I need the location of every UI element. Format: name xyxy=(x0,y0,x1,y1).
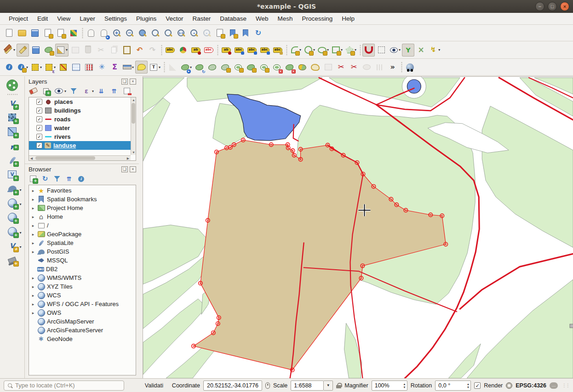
open-layer-styling-button[interactable] xyxy=(29,87,38,95)
layer-row-places[interactable]: ✓ places xyxy=(29,97,136,106)
mouse-coordinate-icon[interactable] xyxy=(265,382,270,389)
browser-item-postgis[interactable]: ▸ PostGIS xyxy=(29,247,136,256)
layer-visibility-checkbox[interactable]: ✓ xyxy=(36,99,42,105)
browser-item-project-home[interactable]: ▸ Project Home xyxy=(29,204,136,212)
add-part-button[interactable] xyxy=(245,61,257,74)
paste-features-button[interactable] xyxy=(120,44,133,57)
layers-vertical-scrollbar[interactable]: ▲ ▼ xyxy=(131,97,136,155)
lock-scale-icon[interactable] xyxy=(336,383,341,388)
add-vector-layer-button[interactable]: V xyxy=(2,96,23,110)
identify-features-button[interactable] xyxy=(3,61,15,74)
browser-item-wcs[interactable]: ▸ WCS xyxy=(29,291,136,300)
minimize-button[interactable]: − xyxy=(535,2,544,11)
move-label-diagram-button[interactable]: abc xyxy=(246,44,258,57)
layer-row-water[interactable]: ✓ water xyxy=(29,124,136,132)
add-ellipse-button[interactable]: ▾ xyxy=(316,44,330,57)
menu-view[interactable]: View xyxy=(53,14,74,23)
layer-row-buildings[interactable]: ✓ buildings xyxy=(29,106,136,115)
statistics-button[interactable]: Σ xyxy=(109,61,121,74)
metasearch-button[interactable] xyxy=(404,61,416,74)
menu-database[interactable]: Database xyxy=(216,14,251,23)
browser-item-wfs-ogc-api[interactable]: ▸ WFS / OGC API - Features xyxy=(29,300,136,308)
scrollbar-thumb[interactable] xyxy=(132,103,135,124)
copy-move-feature-button[interactable] xyxy=(206,61,218,74)
processing-toolbox-button[interactable]: ✳ xyxy=(96,61,108,74)
highlight-pinned-labels-button[interactable]: abc xyxy=(202,44,215,57)
new-spatial-bookmark-button[interactable] xyxy=(226,27,239,40)
split-features-button[interactable]: ✂ xyxy=(335,61,347,74)
zoom-out-button[interactable]: − xyxy=(123,27,136,40)
maximize-button[interactable]: □ xyxy=(548,2,557,11)
menu-mesh[interactable]: Mesh xyxy=(274,14,297,23)
layer-row-roads[interactable]: ✓ roads xyxy=(29,115,136,124)
refresh-browser-button[interactable]: ↻ xyxy=(40,175,50,183)
menu-project[interactable]: Project xyxy=(5,14,32,23)
data-source-manager-button[interactable] xyxy=(2,78,23,92)
merge-features-button[interactable] xyxy=(361,61,373,74)
browser-item-geopackage[interactable]: ▸ GeoPackage xyxy=(29,230,136,239)
align-features-button[interactable] xyxy=(373,61,386,74)
move-label-button[interactable]: ab xyxy=(220,44,232,57)
map-tips-button[interactable] xyxy=(135,61,148,74)
zoom-full-button[interactable] xyxy=(136,27,149,40)
redo-button[interactable]: ↷ xyxy=(146,44,159,57)
reshape-features-button[interactable] xyxy=(296,61,309,74)
new-project-button[interactable] xyxy=(3,27,15,40)
fill-ring-button[interactable] xyxy=(258,61,270,74)
layer-diagram-button[interactable] xyxy=(177,44,189,57)
layers-horizontal-scrollbar[interactable]: ◀ ▶ xyxy=(29,155,131,160)
expand-all-button[interactable]: ⇊ xyxy=(97,87,106,95)
coordinate-input[interactable]: 20.52152,-34.01776 xyxy=(203,381,262,391)
expand-arrow-icon[interactable]: ▸ xyxy=(31,232,35,237)
avoid-overlap-button[interactable]: × xyxy=(415,44,427,57)
vertex-tool-button[interactable]: ▾ xyxy=(55,44,69,57)
toolbar-overflow-button[interactable]: » xyxy=(386,61,399,74)
undo-button[interactable]: ↶ xyxy=(133,44,146,57)
pan-to-selection-button[interactable] xyxy=(97,27,110,40)
scroll-left-icon[interactable]: ◀ xyxy=(29,156,34,161)
save-layer-edits-button[interactable] xyxy=(29,44,42,57)
panel-splitter[interactable] xyxy=(139,76,143,378)
offset-curve-button[interactable] xyxy=(309,61,321,74)
scroll-down-icon[interactable]: ▼ xyxy=(131,150,136,155)
run-feature-action-button[interactable]: ▾ xyxy=(16,61,29,74)
scale-dropdown-icon[interactable]: ▼ xyxy=(324,381,333,391)
manage-map-themes-button[interactable] xyxy=(54,87,63,95)
browser-item-root[interactable]: ▸ / xyxy=(29,221,136,230)
expand-arrow-icon[interactable]: ▸ xyxy=(31,197,35,202)
menu-raster[interactable]: Raster xyxy=(188,14,215,23)
zoom-native-resolution-button[interactable]: 1:1 xyxy=(175,27,187,40)
expand-arrow-icon[interactable]: ▸ xyxy=(31,311,35,315)
scroll-up-icon[interactable]: ▲ xyxy=(131,97,136,102)
scrollbar-thumb[interactable] xyxy=(35,156,95,160)
cut-features-button[interactable]: ✂ xyxy=(95,44,107,57)
add-virtual-layer-button[interactable] xyxy=(2,167,23,182)
layer-visibility-checkbox[interactable]: ✓ xyxy=(36,125,42,131)
expand-arrow-icon[interactable]: ▸ xyxy=(31,206,35,210)
open-project-button[interactable] xyxy=(16,27,28,40)
menu-vector[interactable]: Vector xyxy=(161,14,187,23)
render-checkbox[interactable]: ✓ xyxy=(474,382,481,389)
float-panel-icon[interactable]: ❏ xyxy=(121,79,128,85)
add-postgis-layer-button[interactable]: ▾ xyxy=(2,182,23,196)
add-wms-layer-button[interactable]: ▾ xyxy=(2,196,23,210)
expand-arrow-icon[interactable]: ▸ xyxy=(31,284,35,289)
layer-row-rivers[interactable]: ✓ rivers xyxy=(29,132,136,141)
add-raster-layer-button[interactable] xyxy=(2,110,23,125)
browser-item-arcgisfeatureserver[interactable]: ArcGisFeatureServer xyxy=(29,326,136,335)
scroll-right-icon[interactable]: ▶ xyxy=(126,156,131,161)
zoom-to-layer-button[interactable] xyxy=(149,27,161,40)
browser-item-wms-wmts[interactable]: ▸ WMS/WMTS xyxy=(29,273,136,282)
scale-input[interactable]: 1:6588 xyxy=(291,381,324,391)
expand-arrow-icon[interactable]: ▸ xyxy=(31,215,35,219)
rotate-feature-button[interactable] xyxy=(193,61,206,74)
expand-arrow-icon[interactable]: ▸ xyxy=(31,188,35,193)
layer-visibility-checkbox[interactable]: ✓ xyxy=(36,108,42,114)
current-edits-button[interactable]: ▾ xyxy=(3,44,16,57)
expand-arrow-icon[interactable]: ▸ xyxy=(31,293,35,298)
crs-globe-icon[interactable] xyxy=(506,382,512,389)
select-features-button[interactable]: ▾ xyxy=(29,61,43,74)
open-attribute-table-button[interactable] xyxy=(70,61,82,74)
layer-visibility-checkbox[interactable]: ✓ xyxy=(36,116,42,122)
toggle-editing-button[interactable] xyxy=(17,44,29,57)
